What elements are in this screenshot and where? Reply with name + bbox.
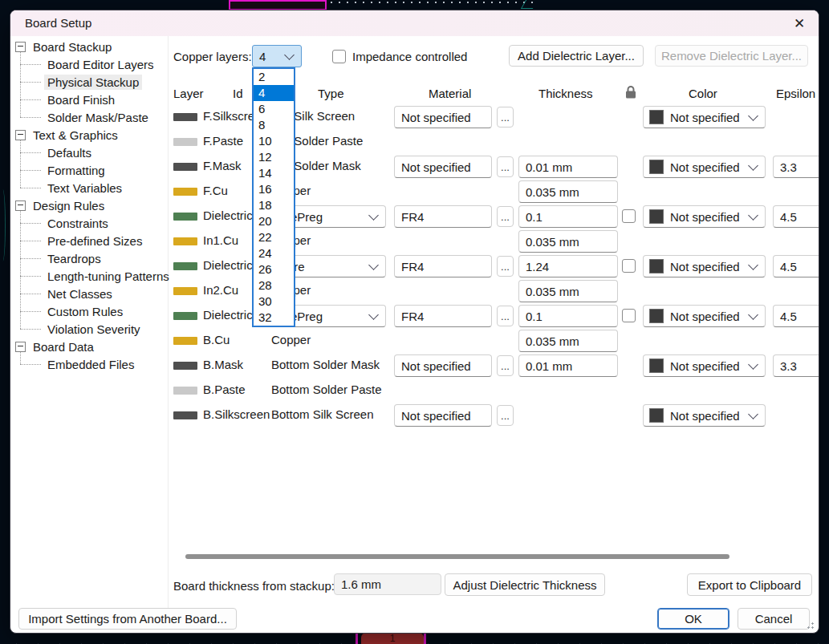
- import-settings-button[interactable]: Import Settings from Another Board...: [18, 608, 237, 630]
- thickness-field[interactable]: 0.035 mm: [518, 230, 618, 253]
- epsilon-field[interactable]: 3.3: [773, 354, 819, 377]
- layer-swatch: [173, 312, 197, 320]
- copper-layers-option[interactable]: 32: [254, 310, 294, 326]
- copper-layers-option[interactable]: 28: [254, 277, 294, 294]
- sidebar-item-board-editor-layers[interactable]: Board Editor Layers: [10, 55, 168, 73]
- column-header-epsilon: Epsilon: [776, 87, 815, 100]
- copper-layers-option[interactable]: 8: [254, 117, 294, 133]
- thickness-lock-checkbox[interactable]: [622, 309, 636, 322]
- material-browse-button[interactable]: ...: [497, 405, 514, 426]
- layer-swatch: [173, 337, 197, 345]
- column-header-material: Material: [429, 87, 471, 100]
- material-browse-button[interactable]: ...: [497, 107, 514, 128]
- copper-layers-option[interactable]: 18: [254, 197, 294, 213]
- color-swatch-icon: [649, 160, 664, 174]
- chevron-down-icon: [748, 210, 758, 221]
- layer-name: In1.Cu: [203, 233, 238, 247]
- table-row: Dielectric 3 PrePreg FR4 ... 0.1 Not spe…: [10, 304, 819, 329]
- color-swatch-icon: [649, 259, 664, 273]
- layer-swatch: [173, 163, 197, 171]
- epsilon-field[interactable]: 4.5: [773, 205, 819, 228]
- thickness-field[interactable]: 1.24: [518, 255, 618, 277]
- material-browse-button[interactable]: ...: [497, 306, 514, 326]
- copper-layers-option[interactable]: 14: [254, 165, 294, 181]
- material-field[interactable]: FR4: [394, 205, 492, 228]
- column-header-layer: Layer: [173, 87, 204, 100]
- material-browse-button[interactable]: ...: [497, 206, 514, 227]
- adjust-dielectric-thickness-button[interactable]: Adjust Dielectric Thickness: [445, 573, 605, 596]
- chevron-down-icon: [748, 310, 758, 320]
- color-combo[interactable]: Not specified: [643, 404, 766, 427]
- color-combo[interactable]: Not specified: [643, 106, 766, 128]
- thickness-field[interactable]: 0.035 mm: [518, 180, 618, 203]
- copper-layers-combo[interactable]: 4: [252, 45, 302, 67]
- table-row: B.Silkscreen Bottom Silk Screen Not spec…: [10, 403, 819, 428]
- sidebar-item-board-stackup[interactable]: Board Stackup: [10, 38, 168, 55]
- impedance-controlled-label: Impedance controlled: [352, 50, 467, 63]
- copper-layers-option[interactable]: 30: [254, 294, 294, 310]
- copper-layers-option[interactable]: 6: [254, 101, 294, 117]
- layer-name: F.Paste: [203, 134, 243, 148]
- layer-type-label: Bottom Silk Screen: [271, 407, 374, 421]
- copper-layers-option[interactable]: 24: [254, 245, 294, 261]
- sidebar-item-physical-stackup[interactable]: Physical Stackup: [10, 73, 168, 91]
- export-to-clipboard-button[interactable]: Export to Clipboard: [687, 573, 812, 596]
- add-dielectric-layer-button[interactable]: Add Dielectric Layer...: [509, 45, 644, 67]
- thickness-field[interactable]: 0.035 mm: [518, 330, 618, 352]
- lock-icon: [625, 85, 636, 99]
- thickness-field[interactable]: 0.1: [518, 205, 618, 228]
- color-combo[interactable]: Not specified: [643, 354, 766, 377]
- copper-layers-option-selected[interactable]: 4: [254, 85, 294, 101]
- material-field[interactable]: Not specified: [394, 354, 492, 377]
- material-field[interactable]: Not specified: [394, 106, 492, 128]
- color-combo[interactable]: Not specified: [643, 305, 766, 327]
- material-field[interactable]: Not specified: [394, 156, 492, 178]
- layer-swatch: [173, 262, 197, 270]
- thickness-field[interactable]: 0.035 mm: [518, 280, 618, 302]
- layer-name: B.Mask: [203, 358, 243, 371]
- thickness-field[interactable]: 0.1: [518, 305, 618, 327]
- dialog-titlebar[interactable]: Board Setup ✕: [10, 10, 819, 36]
- ok-button[interactable]: OK: [657, 608, 729, 630]
- layer-swatch: [173, 113, 197, 121]
- thickness-lock-checkbox[interactable]: [622, 209, 636, 223]
- material-browse-button[interactable]: ...: [497, 355, 514, 376]
- chevron-down-icon: [748, 359, 758, 370]
- pcb-courtyard-line: [356, 633, 358, 644]
- collapse-icon[interactable]: [15, 42, 26, 52]
- material-field[interactable]: Not specified: [394, 404, 492, 427]
- color-combo[interactable]: Not specified: [643, 205, 766, 228]
- thickness-field[interactable]: 0.01 mm: [518, 354, 618, 377]
- thickness-lock-checkbox[interactable]: [622, 259, 636, 273]
- table-row: Dielectric 1 PrePreg FR4 ... 0.1 Not spe…: [10, 205, 819, 229]
- copper-layers-option[interactable]: 2: [254, 69, 294, 85]
- color-combo[interactable]: Not specified: [643, 255, 766, 277]
- close-icon[interactable]: ✕: [788, 13, 811, 34]
- sidebar-item-label: Physical Stackup: [44, 75, 142, 90]
- thickness-field[interactable]: 0.01 mm: [518, 156, 618, 178]
- color-combo[interactable]: Not specified: [643, 156, 766, 178]
- cancel-button[interactable]: Cancel: [738, 608, 810, 630]
- material-field[interactable]: FR4: [394, 305, 492, 327]
- impedance-controlled-checkbox[interactable]: [332, 50, 346, 63]
- board-setup-dialog: Board Setup ✕ Board Stackup Board Editor…: [10, 10, 819, 634]
- epsilon-field[interactable]: 3.3: [773, 156, 819, 178]
- layer-swatch: [173, 362, 197, 370]
- material-field[interactable]: FR4: [394, 255, 492, 277]
- table-row: Dielectric 2 Core FR4 ... 1.24 Not speci…: [10, 254, 819, 279]
- copper-layers-option[interactable]: 26: [254, 261, 294, 277]
- material-browse-button[interactable]: ...: [497, 156, 514, 177]
- material-browse-button[interactable]: ...: [497, 256, 514, 277]
- copper-layers-option[interactable]: 22: [254, 229, 294, 245]
- epsilon-field[interactable]: 4.5: [773, 305, 819, 327]
- copper-layers-option[interactable]: 16: [254, 181, 294, 197]
- copper-layers-option[interactable]: 20: [254, 213, 294, 229]
- horizontal-scrollbar[interactable]: [185, 554, 729, 559]
- layer-name: In2.Cu: [203, 283, 238, 297]
- copper-layers-option[interactable]: 12: [254, 149, 294, 165]
- remove-dielectric-layer-button: Remove Dielectric Layer...: [655, 45, 808, 67]
- copper-layers-option[interactable]: 10: [254, 133, 294, 149]
- stackup-table: F.Silkscreen Top Silk Screen Not specifi…: [10, 105, 819, 442]
- epsilon-field[interactable]: 4.5: [773, 255, 819, 277]
- color-swatch-icon: [649, 110, 664, 124]
